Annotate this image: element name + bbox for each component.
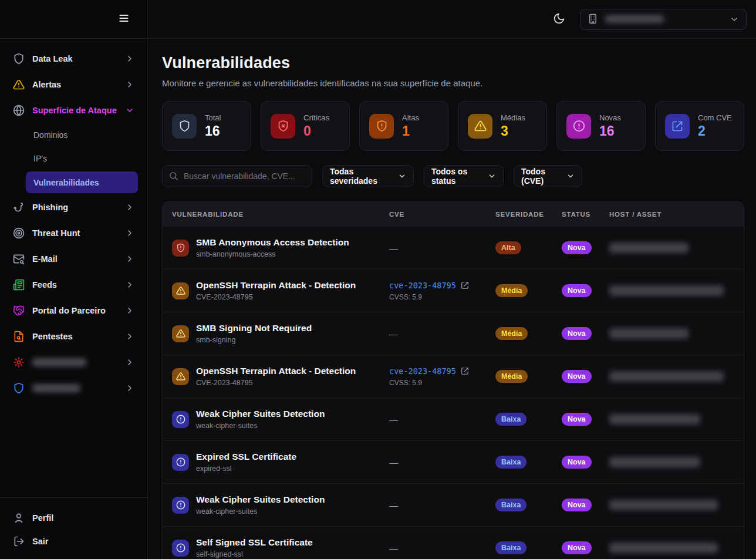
sidebar-item-pentestes[interactable]: Pentestes <box>9 324 138 349</box>
host-asset-redacted <box>609 243 689 253</box>
stat-value: 16 <box>599 123 621 139</box>
col-status: STATUS <box>562 211 609 218</box>
chevron-down-icon <box>730 15 739 24</box>
sidebar-subitem-dominios[interactable]: Dominios <box>9 123 138 147</box>
vuln-slug: weak-cipher-suites <box>196 422 325 430</box>
status-filter-select[interactable]: Todos os status <box>424 165 504 187</box>
host-asset-redacted <box>609 500 718 510</box>
stats-row: Total 16 Críticas 0 Altas 1 <box>162 101 744 151</box>
external-link-icon <box>665 114 690 139</box>
external-link-icon[interactable] <box>461 367 469 375</box>
cve-value: — <box>389 243 495 253</box>
sidebar-subitem-ips[interactable]: IP's <box>9 147 138 170</box>
sidebar-item-perfil[interactable]: Perfil <box>9 506 138 530</box>
content: Vulnerabilidades Monitore e gerencie as … <box>148 39 756 559</box>
status-badge: Nova <box>562 499 592 511</box>
table-header: VULNERABILIDADE CVE SEVERIDADE STATUS HO… <box>163 202 744 227</box>
stat-value: 3 <box>501 123 525 139</box>
menu-toggle-button[interactable] <box>114 10 133 29</box>
severity-badge: Baixa <box>495 499 526 511</box>
sidebar-item-sair[interactable]: Sair <box>9 530 138 553</box>
filters-row: Todas severidades Todos os status Todos … <box>162 165 744 187</box>
severity-filter-select[interactable]: Todas severidades <box>322 165 414 187</box>
sidebar-item-redacted-2[interactable] <box>9 375 138 401</box>
chevron-down-icon <box>488 172 496 180</box>
cve-value: — <box>389 457 495 467</box>
sidebar-item-label: Sair <box>32 537 48 546</box>
search-input[interactable] <box>162 165 312 187</box>
severity-badge: Média <box>495 327 528 340</box>
sidebar-header <box>0 0 147 39</box>
chevron-right-icon <box>125 358 134 367</box>
cvss-score: CVSS: 5.9 <box>389 293 495 301</box>
vuln-slug: expired-ssl <box>196 464 296 473</box>
topbar <box>148 0 756 39</box>
sidebar-item-phishing[interactable]: Phishing <box>9 194 138 220</box>
table-row[interactable]: Weak Cipher Suites Detection weak-cipher… <box>163 398 744 441</box>
external-link-icon[interactable] <box>461 281 469 289</box>
chevron-down-icon <box>125 106 134 115</box>
sidebar-item-label: Alertas <box>32 80 61 89</box>
sidebar-item-threat-hunt[interactable]: Threat Hunt <box>9 220 138 246</box>
status-badge: Nova <box>562 370 592 383</box>
table-row[interactable]: Weak Cipher Suites Detection weak-cipher… <box>163 484 744 527</box>
organization-selector[interactable] <box>580 9 747 30</box>
status-badge: Nova <box>562 541 592 554</box>
sidebar-subitem-vulnerabilidades[interactable]: Vulnerabilidades <box>26 171 138 193</box>
chevron-down-icon <box>398 172 406 180</box>
table-row[interactable]: SMB Signing Not Required smb-signing — M… <box>163 312 744 355</box>
select-value: Todos os status <box>431 167 483 186</box>
sidebar-item-label: Perfil <box>32 513 53 523</box>
sidebar-item-label: Threat Hunt <box>32 228 80 238</box>
circle-alert-icon <box>172 497 189 514</box>
sidebar-item-data-leak[interactable]: Data Leak <box>9 46 138 72</box>
status-badge: Nova <box>562 284 592 297</box>
triangle-alert-icon <box>468 114 492 139</box>
table-row[interactable]: OpenSSH Terrapin Attack - Detection CVE-… <box>163 270 744 312</box>
stat-value: 2 <box>698 123 732 139</box>
vulnerabilities-table: VULNERABILIDADE CVE SEVERIDADE STATUS HO… <box>162 201 744 559</box>
severity-badge: Baixa <box>495 456 526 469</box>
host-asset-redacted <box>609 414 700 425</box>
sidebar-item-feeds[interactable]: Feeds <box>9 272 138 298</box>
shield-icon <box>13 382 25 394</box>
triangle-alert-icon <box>172 368 189 385</box>
table-row[interactable]: OpenSSH Terrapin Attack - Detection CVE-… <box>163 355 744 398</box>
chevron-down-icon <box>566 172 575 180</box>
host-asset-redacted <box>609 543 718 553</box>
sidebar-item-alertas[interactable]: Alertas <box>9 72 138 97</box>
cve-link[interactable]: cve-2023-48795 <box>389 281 456 290</box>
cve-value: — <box>389 415 495 425</box>
sidebar-item-portal-do-parceiro[interactable]: Portal do Parceiro <box>9 298 138 324</box>
user-icon <box>13 512 25 524</box>
sidebar-subitem-label: IP's <box>33 154 47 163</box>
col-host-asset: HOST / ASSET <box>609 211 734 218</box>
stat-label: Críticas <box>303 113 329 122</box>
cve-value: — <box>389 329 495 339</box>
table-row[interactable]: SMB Anonymous Access Detection smb-anony… <box>163 227 744 270</box>
triangle-alert-icon <box>172 282 189 299</box>
table-row[interactable]: Self Signed SSL Certificate self-signed-… <box>163 527 744 559</box>
sidebar-item-superficie-de-ataque[interactable]: Superfície de Ataque <box>9 97 138 123</box>
stat-card-com-cve: Com CVE 2 <box>655 101 744 151</box>
stat-card-novas: Novas 16 <box>556 101 646 151</box>
stat-value: 16 <box>205 123 221 139</box>
shield-x-icon <box>271 114 295 139</box>
shield-icon <box>13 53 25 65</box>
status-badge: Nova <box>562 327 592 340</box>
handshake-icon <box>13 305 25 316</box>
mail-search-icon <box>13 253 25 265</box>
vuln-title: Expired SSL Certificate <box>196 452 296 462</box>
gear-icon <box>13 356 25 368</box>
chevron-right-icon <box>125 306 134 315</box>
chevron-right-icon <box>125 383 134 393</box>
cve-link[interactable]: cve-2023-48795 <box>389 366 456 376</box>
cve-filter-select[interactable]: Todos (CVE) <box>514 165 582 187</box>
sidebar-item-label: Feeds <box>32 280 57 289</box>
sidebar-item-label: E-Mail <box>32 254 58 264</box>
table-row[interactable]: Expired SSL Certificate expired-ssl — Ba… <box>163 441 744 484</box>
circle-alert-icon <box>172 540 189 557</box>
sidebar-item-redacted-1[interactable] <box>9 349 138 375</box>
theme-toggle-button[interactable] <box>549 10 568 29</box>
sidebar-item-email[interactable]: E-Mail <box>9 246 138 272</box>
